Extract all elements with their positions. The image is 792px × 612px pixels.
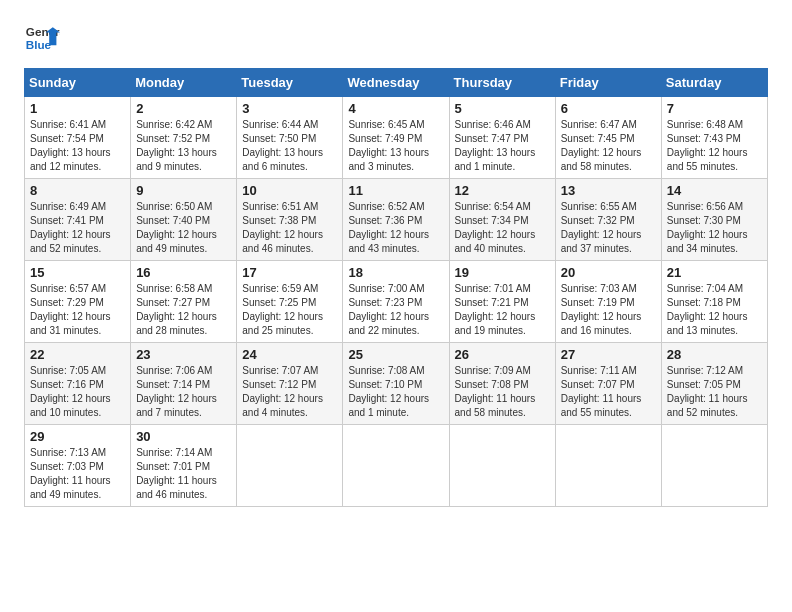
calendar-cell [661,425,767,507]
day-number: 24 [242,347,337,362]
calendar-cell: 12 Sunrise: 6:54 AMSunset: 7:34 PMDaylig… [449,179,555,261]
logo: General Blue [24,20,60,56]
calendar-cell: 23 Sunrise: 7:06 AMSunset: 7:14 PMDaylig… [131,343,237,425]
calendar-cell: 2 Sunrise: 6:42 AMSunset: 7:52 PMDayligh… [131,97,237,179]
calendar-header: SundayMondayTuesdayWednesdayThursdayFrid… [25,69,768,97]
day-info: Sunrise: 7:04 AMSunset: 7:18 PMDaylight:… [667,283,748,336]
day-number: 14 [667,183,762,198]
day-number: 28 [667,347,762,362]
day-info: Sunrise: 6:44 AMSunset: 7:50 PMDaylight:… [242,119,323,172]
day-info: Sunrise: 6:51 AMSunset: 7:38 PMDaylight:… [242,201,323,254]
day-info: Sunrise: 6:52 AMSunset: 7:36 PMDaylight:… [348,201,429,254]
calendar-cell: 28 Sunrise: 7:12 AMSunset: 7:05 PMDaylig… [661,343,767,425]
day-number: 30 [136,429,231,444]
calendar-cell [343,425,449,507]
day-number: 13 [561,183,656,198]
calendar-cell: 22 Sunrise: 7:05 AMSunset: 7:16 PMDaylig… [25,343,131,425]
calendar-cell: 8 Sunrise: 6:49 AMSunset: 7:41 PMDayligh… [25,179,131,261]
calendar-cell: 6 Sunrise: 6:47 AMSunset: 7:45 PMDayligh… [555,97,661,179]
calendar-cell: 17 Sunrise: 6:59 AMSunset: 7:25 PMDaylig… [237,261,343,343]
calendar-cell [555,425,661,507]
day-number: 3 [242,101,337,116]
day-info: Sunrise: 6:47 AMSunset: 7:45 PMDaylight:… [561,119,642,172]
day-number: 6 [561,101,656,116]
header-thursday: Thursday [449,69,555,97]
day-number: 15 [30,265,125,280]
day-info: Sunrise: 7:08 AMSunset: 7:10 PMDaylight:… [348,365,429,418]
day-info: Sunrise: 7:01 AMSunset: 7:21 PMDaylight:… [455,283,536,336]
day-info: Sunrise: 7:14 AMSunset: 7:01 PMDaylight:… [136,447,217,500]
calendar-cell: 10 Sunrise: 6:51 AMSunset: 7:38 PMDaylig… [237,179,343,261]
day-number: 22 [30,347,125,362]
day-info: Sunrise: 7:09 AMSunset: 7:08 PMDaylight:… [455,365,536,418]
calendar-cell: 14 Sunrise: 6:56 AMSunset: 7:30 PMDaylig… [661,179,767,261]
day-number: 2 [136,101,231,116]
day-info: Sunrise: 7:00 AMSunset: 7:23 PMDaylight:… [348,283,429,336]
day-number: 21 [667,265,762,280]
day-info: Sunrise: 6:59 AMSunset: 7:25 PMDaylight:… [242,283,323,336]
day-info: Sunrise: 7:07 AMSunset: 7:12 PMDaylight:… [242,365,323,418]
day-info: Sunrise: 7:03 AMSunset: 7:19 PMDaylight:… [561,283,642,336]
calendar-cell: 9 Sunrise: 6:50 AMSunset: 7:40 PMDayligh… [131,179,237,261]
header-row: SundayMondayTuesdayWednesdayThursdayFrid… [25,69,768,97]
week-row-3: 15 Sunrise: 6:57 AMSunset: 7:29 PMDaylig… [25,261,768,343]
calendar-cell: 15 Sunrise: 6:57 AMSunset: 7:29 PMDaylig… [25,261,131,343]
day-info: Sunrise: 6:48 AMSunset: 7:43 PMDaylight:… [667,119,748,172]
day-number: 5 [455,101,550,116]
day-number: 4 [348,101,443,116]
day-info: Sunrise: 6:58 AMSunset: 7:27 PMDaylight:… [136,283,217,336]
day-info: Sunrise: 6:57 AMSunset: 7:29 PMDaylight:… [30,283,111,336]
calendar-cell: 24 Sunrise: 7:07 AMSunset: 7:12 PMDaylig… [237,343,343,425]
day-info: Sunrise: 6:55 AMSunset: 7:32 PMDaylight:… [561,201,642,254]
calendar-cell [237,425,343,507]
day-info: Sunrise: 6:49 AMSunset: 7:41 PMDaylight:… [30,201,111,254]
calendar-cell: 5 Sunrise: 6:46 AMSunset: 7:47 PMDayligh… [449,97,555,179]
header-sunday: Sunday [25,69,131,97]
calendar-cell: 29 Sunrise: 7:13 AMSunset: 7:03 PMDaylig… [25,425,131,507]
day-number: 18 [348,265,443,280]
calendar-table: SundayMondayTuesdayWednesdayThursdayFrid… [24,68,768,507]
day-info: Sunrise: 7:06 AMSunset: 7:14 PMDaylight:… [136,365,217,418]
day-info: Sunrise: 6:42 AMSunset: 7:52 PMDaylight:… [136,119,217,172]
day-info: Sunrise: 6:45 AMSunset: 7:49 PMDaylight:… [348,119,429,172]
day-number: 12 [455,183,550,198]
day-number: 26 [455,347,550,362]
calendar-cell: 7 Sunrise: 6:48 AMSunset: 7:43 PMDayligh… [661,97,767,179]
calendar-cell: 30 Sunrise: 7:14 AMSunset: 7:01 PMDaylig… [131,425,237,507]
week-row-5: 29 Sunrise: 7:13 AMSunset: 7:03 PMDaylig… [25,425,768,507]
day-info: Sunrise: 6:41 AMSunset: 7:54 PMDaylight:… [30,119,111,172]
day-number: 23 [136,347,231,362]
day-number: 11 [348,183,443,198]
day-info: Sunrise: 7:13 AMSunset: 7:03 PMDaylight:… [30,447,111,500]
day-number: 9 [136,183,231,198]
day-info: Sunrise: 7:12 AMSunset: 7:05 PMDaylight:… [667,365,748,418]
day-info: Sunrise: 7:11 AMSunset: 7:07 PMDaylight:… [561,365,642,418]
header: General Blue [24,20,768,56]
calendar-cell: 13 Sunrise: 6:55 AMSunset: 7:32 PMDaylig… [555,179,661,261]
day-number: 7 [667,101,762,116]
calendar-cell: 19 Sunrise: 7:01 AMSunset: 7:21 PMDaylig… [449,261,555,343]
svg-text:Blue: Blue [26,38,52,51]
day-number: 16 [136,265,231,280]
header-friday: Friday [555,69,661,97]
day-number: 17 [242,265,337,280]
day-number: 27 [561,347,656,362]
week-row-4: 22 Sunrise: 7:05 AMSunset: 7:16 PMDaylig… [25,343,768,425]
header-monday: Monday [131,69,237,97]
calendar-cell: 16 Sunrise: 6:58 AMSunset: 7:27 PMDaylig… [131,261,237,343]
calendar-cell: 4 Sunrise: 6:45 AMSunset: 7:49 PMDayligh… [343,97,449,179]
day-info: Sunrise: 6:46 AMSunset: 7:47 PMDaylight:… [455,119,536,172]
calendar-cell: 25 Sunrise: 7:08 AMSunset: 7:10 PMDaylig… [343,343,449,425]
day-number: 25 [348,347,443,362]
calendar-cell: 18 Sunrise: 7:00 AMSunset: 7:23 PMDaylig… [343,261,449,343]
calendar-cell: 20 Sunrise: 7:03 AMSunset: 7:19 PMDaylig… [555,261,661,343]
day-number: 10 [242,183,337,198]
week-row-2: 8 Sunrise: 6:49 AMSunset: 7:41 PMDayligh… [25,179,768,261]
logo-icon: General Blue [24,20,60,56]
calendar-body: 1 Sunrise: 6:41 AMSunset: 7:54 PMDayligh… [25,97,768,507]
day-info: Sunrise: 6:50 AMSunset: 7:40 PMDaylight:… [136,201,217,254]
day-number: 8 [30,183,125,198]
day-number: 20 [561,265,656,280]
day-info: Sunrise: 6:54 AMSunset: 7:34 PMDaylight:… [455,201,536,254]
week-row-1: 1 Sunrise: 6:41 AMSunset: 7:54 PMDayligh… [25,97,768,179]
